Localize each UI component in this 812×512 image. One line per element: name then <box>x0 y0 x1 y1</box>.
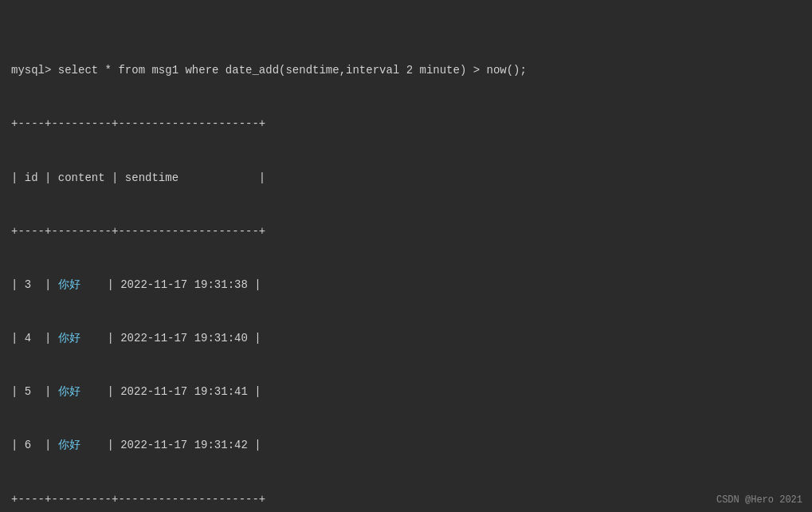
table1-border-mid: +----+---------+---------------------+ <box>11 223 801 240</box>
prompt1: mysql> <box>11 64 58 77</box>
table1-border-top: +----+---------+---------------------+ <box>11 115 801 132</box>
table1-row2: | 4 | 你好 | 2022-11-17 19:31:40 | <box>11 329 801 347</box>
table1-row3: | 5 | 你好 | 2022-11-17 19:31:41 | <box>11 383 801 400</box>
table1-row1: | 3 | 你好 | 2022-11-17 19:31:38 | <box>11 276 801 293</box>
query1-line: mysql> select * from msg1 where date_add… <box>11 61 801 79</box>
watermark-label: CSDN @Hero 2021 <box>716 494 802 506</box>
table1-row4: | 6 | 你好 | 2022-11-17 19:31:42 | <box>11 436 801 454</box>
table1-header: | id | content | sendtime | <box>11 169 801 187</box>
sql1: select * from msg1 where date_add(sendti… <box>58 64 527 77</box>
terminal-output: mysql> select * from msg1 where date_add… <box>0 0 812 512</box>
table1-border-bot: +----+---------+---------------------+ <box>11 490 801 508</box>
